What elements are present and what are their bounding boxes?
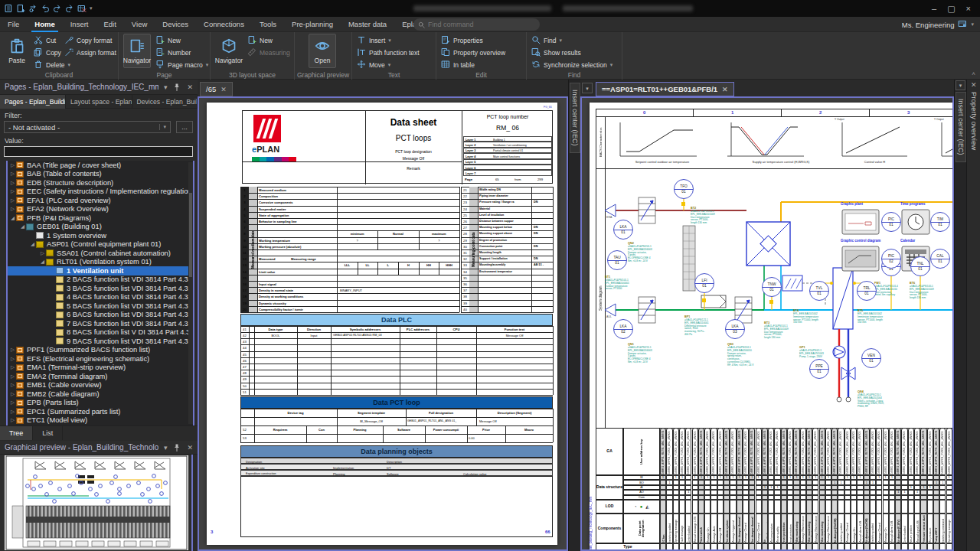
number-button[interactable]: Number [155, 47, 191, 58]
instrument-tnl-01[interactable]: TNL01 [910, 256, 930, 276]
collapse-ribbon-icon[interactable]: ˄ [972, 70, 975, 77]
instrument-tvl-01[interactable]: TVL01 [809, 281, 829, 301]
property-overview-tab[interactable]: Property overview [970, 92, 978, 150]
copy-format-button[interactable]: Copy format [64, 34, 112, 46]
left-dock-tab-0[interactable]: Pages - Eplan_Buildin... [0, 95, 66, 109]
tree-item[interactable]: ▷ETC1 (Model view) [8, 416, 193, 425]
qat-customize-icon[interactable]: ▾ [90, 5, 93, 11]
tree-item[interactable]: ▷EPB (Parts lists) [8, 399, 193, 408]
page-macro-button[interactable]: Page macro▾ [155, 59, 208, 70]
tree-expander-icon[interactable]: ▷ [9, 171, 16, 177]
instrument-tau-01[interactable]: TAU01 [607, 250, 627, 270]
preview-menu-chevron-icon[interactable]: ▾ [164, 444, 168, 452]
tree-item[interactable]: ▷SSA01 (Control cabinet automation) [8, 249, 193, 258]
tree-expander-icon[interactable]: ◢ [39, 259, 46, 265]
tree-expander-icon[interactable]: ▷ [9, 391, 16, 397]
ribbon-tab-pre-planning[interactable]: Pre-planning [284, 17, 341, 32]
bottom-tab-list[interactable]: List [33, 426, 63, 440]
ribbon-tab-home[interactable]: Home [27, 17, 62, 32]
ribbon-tab-master-data[interactable]: Master data [341, 17, 394, 32]
pages-tree[interactable]: ▷BAA (Title page / cover sheet)▷BAB (Tab… [6, 161, 194, 425]
tree-item[interactable]: 6 BACS function list VDI 3814 Part 4.3 [8, 311, 193, 320]
undo-icon[interactable] [41, 4, 50, 13]
tree-item[interactable]: ◢RLT01 (Ventilation system 01) [8, 258, 193, 267]
3d-navigator-button[interactable]: Navigator [215, 34, 243, 68]
tree-item[interactable]: ◢PFB (P&I Diagrams) [8, 214, 193, 223]
tree-item[interactable]: ▷EMA1 (Terminal-strip overview) [8, 364, 193, 373]
tree-item[interactable]: ▷PPF1 (Summarized BACS function list) [8, 346, 193, 355]
tree-expander-icon[interactable]: ▷ [9, 409, 16, 415]
tree-expander-icon[interactable]: ▷ [9, 373, 16, 380]
text-insert-button[interactable]: Insert▾ [357, 34, 391, 46]
preview-close-icon[interactable]: ✕ [187, 444, 193, 452]
restore-button[interactable]: ▢ [947, 4, 955, 14]
tree-item[interactable]: 3 BACS function list VDI 3814 Part 4.3 [8, 284, 193, 293]
insert-center-right-tab[interactable]: Insert center (IEC) [956, 92, 966, 162]
tree-item[interactable]: ▷EMB1 (Cable overview) [8, 381, 193, 390]
paste-button[interactable]: Paste [3, 34, 31, 68]
close-button[interactable]: × [966, 4, 971, 13]
tree-item[interactable]: ▷EMB2 (Cable diagram) [8, 390, 193, 399]
tree-expander-icon[interactable]: ▷ [9, 347, 16, 353]
repeat-icon[interactable] [28, 4, 38, 13]
instrument-tnw-01[interactable]: TNW01 [762, 277, 782, 297]
tree-item[interactable]: ▷EDB (Structure description) [8, 178, 193, 187]
tree-expander-icon[interactable]: ◢ [19, 223, 26, 230]
find-command-input[interactable] [428, 21, 528, 28]
new-page-icon[interactable] [4, 4, 13, 13]
new-page-button[interactable]: New [155, 34, 181, 46]
ribbon-tab-connections[interactable]: Connections [196, 17, 252, 32]
tree-item[interactable]: 2 BACS function list VDI 3814 Part 4.3 [8, 276, 193, 285]
instrument-lka-01[interactable]: LKA01 [613, 220, 633, 240]
open-page-icon[interactable] [16, 4, 25, 13]
instrument-pic-02[interactable]: PIC02 [881, 249, 901, 269]
tab-datasheet-page[interactable]: /65 ✕ [200, 82, 233, 96]
in-table-button[interactable]: In table [441, 59, 475, 70]
user-account[interactable]: Ms. Engineering ▾ [902, 17, 974, 32]
instrument-trl-01[interactable]: TRL01 [857, 281, 877, 301]
redo-icon[interactable] [53, 4, 62, 13]
instrument-lfi-01[interactable]: LFI01 [694, 273, 714, 293]
path-function-text-button[interactable]: Path function text [357, 47, 420, 58]
preview-pin-icon[interactable] [172, 443, 181, 452]
delete-button[interactable]: Delete▾ [34, 59, 70, 70]
pni-viewport[interactable]: 01234BACS CharacteristicsSystem diagramE… [580, 96, 954, 551]
redo2-icon[interactable] [65, 4, 74, 13]
tree-scrollbar-thumb[interactable] [189, 193, 192, 277]
filter-chevron-icon[interactable]: ▾ [159, 124, 166, 130]
tree-item[interactable]: 5 BACS function list VDI 3814 Part 4.3 [8, 302, 193, 311]
tree-item[interactable]: 7 BACS function list VDI 3814 Part 4.3 [8, 319, 193, 328]
tree-item[interactable]: ▷EFS (Electrical engineering schematic) [8, 354, 193, 364]
pin-icon[interactable] [172, 83, 181, 92]
tree-expander-icon[interactable]: ▷ [39, 250, 46, 256]
minimize-button[interactable]: – [932, 4, 936, 13]
ribbon-tab-view[interactable]: View [124, 17, 155, 32]
tree-expander-icon[interactable]: ▷ [9, 206, 16, 212]
show-results-button[interactable]: Show results [531, 47, 581, 58]
tree-item[interactable]: ▷BAA (Title page / cover sheet) [8, 161, 193, 170]
tree-item[interactable]: ▷EFA1 (PLC card overview) [8, 196, 193, 205]
tree-expander-icon[interactable]: ▷ [9, 417, 16, 423]
instrument-lka-03[interactable]: LKA03 [725, 319, 745, 339]
left-dock-tab-2[interactable]: Devices - Eplan_Build... [132, 95, 198, 109]
close-icon[interactable]: ✕ [187, 83, 193, 91]
tree-expander-icon[interactable]: ▷ [9, 162, 16, 168]
ribbon-tab-insert[interactable]: Insert [63, 17, 96, 32]
tree-item[interactable]: 4 BACS function list VDI 3814 Part 4.3 [8, 293, 193, 302]
instrument-ven-01[interactable]: VEN01 [861, 348, 881, 368]
page-navigator-button[interactable]: Navigator [123, 34, 151, 68]
property-overview-button[interactable]: Property overview [441, 47, 505, 58]
instrument-tim-01[interactable]: TIM01 [930, 212, 950, 232]
tree-expander-icon[interactable]: ▷ [9, 197, 16, 204]
property-overview-close-icon[interactable]: ✕ [971, 81, 977, 89]
tab-pni-page[interactable]: ==ASP01=RLT01++GEB01&PFB/1 ✕ [596, 82, 734, 96]
ribbon-tab-devices[interactable]: Devices [155, 17, 196, 32]
copy-button[interactable]: Copy [34, 47, 61, 58]
tree-expander-icon[interactable]: ▷ [9, 180, 16, 186]
instrument-ppe-01[interactable]: PPE01 [809, 359, 829, 379]
tab-close-pni-icon[interactable]: ✕ [722, 86, 728, 93]
tree-item[interactable]: ◢ASP01 (Control equipment plant 01) [8, 240, 193, 249]
properties-button[interactable]: Properties [441, 34, 483, 46]
close-project-icon[interactable] [77, 4, 87, 13]
instrument-lka-02[interactable]: LKA02 [613, 319, 633, 339]
